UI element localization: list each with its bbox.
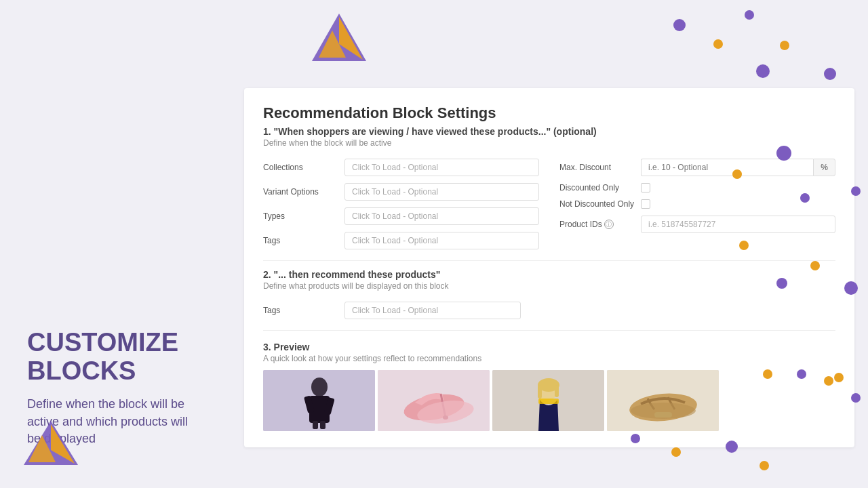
preview-product-4: [607, 370, 719, 431]
decorative-dot-11: [810, 261, 820, 270]
max-discount-input[interactable]: [641, 159, 813, 176]
collections-input[interactable]: [344, 159, 539, 176]
decorative-dot-22: [824, 376, 833, 386]
collections-label: Collections: [263, 163, 338, 172]
section1-desc: Define when the block will be active: [263, 138, 835, 148]
section1-subtitle: 1. "When shoppers are viewing / have vie…: [263, 126, 835, 137]
types-label: Types: [263, 211, 338, 221]
svg-rect-28: [654, 412, 672, 418]
not-discounted-only-label: Not Discounted Only: [559, 199, 634, 209]
section2-title: 2. "... then recommend these products": [263, 269, 835, 280]
decorative-dot-15: [763, 369, 772, 379]
decorative-dot-7: [732, 169, 742, 179]
tags-input[interactable]: [344, 232, 539, 249]
max-discount-label: Max. Discount: [559, 163, 634, 172]
decorative-dot-17: [851, 393, 861, 403]
product-ids-label: Product IDs: [559, 220, 602, 229]
percent-button[interactable]: %: [813, 159, 835, 176]
bottom-logo: [20, 418, 81, 474]
section2-tags-input[interactable]: [344, 302, 521, 319]
decorative-dot-13: [844, 281, 858, 295]
main-content: Recommendation Block Settings 1. "When s…: [231, 88, 868, 488]
types-row: Types: [263, 207, 539, 225]
decorative-dot-8: [851, 186, 861, 196]
settings-card: Recommendation Block Settings 1. "When s…: [244, 88, 854, 447]
types-input[interactable]: [344, 207, 539, 225]
tags-row: Tags: [263, 232, 539, 249]
top-logo: [305, 7, 373, 77]
max-discount-row: Max. Discount %: [559, 159, 835, 176]
preview-title: 3. Preview: [263, 342, 835, 352]
section2-tags-row: Tags: [263, 302, 835, 319]
product-ids-row: Product IDs ⓘ: [559, 216, 835, 233]
preview-product-1: [263, 370, 375, 431]
decorative-dot-21: [760, 461, 769, 470]
svg-rect-24: [555, 385, 559, 397]
svg-rect-12: [320, 421, 326, 429]
customize-title: CUSTOMIZE BLOCKS: [27, 329, 197, 386]
decorative-dot-10: [739, 241, 749, 250]
decorative-dot-18: [631, 434, 640, 443]
section-divider-1: [263, 260, 835, 261]
product-ids-input[interactable]: [641, 216, 835, 233]
decorative-dot-19: [671, 447, 681, 457]
collections-row: Collections: [263, 159, 539, 176]
decorative-dot-2: [745, 10, 754, 20]
variant-options-input[interactable]: [344, 183, 539, 201]
decorative-dot-6: [776, 146, 791, 161]
settings-title: Recommendation Block Settings: [263, 104, 835, 122]
discounted-only-row: Discounted Only: [559, 183, 835, 192]
decorative-dot-3: [780, 41, 789, 50]
preview-product-2: [378, 370, 490, 431]
variant-options-label: Variant Options: [263, 187, 338, 197]
section2-desc: Define what products will be displayed o…: [263, 281, 835, 291]
section2-tags-label: Tags: [263, 306, 338, 315]
decorative-dot-12: [776, 278, 787, 289]
decorative-dot-1: [713, 39, 723, 49]
discounted-only-label: Discounted Only: [559, 183, 634, 192]
preview-images: [263, 370, 835, 431]
not-discounted-only-checkbox[interactable]: [641, 199, 650, 209]
decorative-dot-5: [824, 68, 836, 80]
svg-point-7: [311, 378, 328, 396]
tags-label: Tags: [263, 236, 338, 245]
decorative-dot-16: [834, 373, 844, 382]
svg-rect-11: [313, 421, 318, 429]
variant-options-row: Variant Options: [263, 183, 539, 201]
preview-product-3: [492, 370, 604, 431]
discounted-only-checkbox[interactable]: [641, 183, 650, 192]
left-panel: CUSTOMIZE BLOCKS Define when the block w…: [0, 0, 224, 488]
preview-section: 3. Preview A quick look at how your sett…: [263, 342, 835, 431]
decorative-dot-0: [673, 19, 686, 31]
decorative-dot-20: [726, 441, 738, 453]
decorative-dot-4: [756, 64, 770, 78]
product-ids-info-icon: ⓘ: [604, 220, 614, 229]
section-divider-2: [263, 330, 835, 331]
svg-rect-23: [538, 385, 542, 399]
decorative-dot-9: [800, 193, 810, 203]
svg-rect-21: [538, 399, 559, 404]
not-discounted-only-row: Not Discounted Only: [559, 199, 835, 209]
preview-desc: A quick look at how your settings reflec…: [263, 354, 835, 363]
decorative-dot-14: [797, 369, 806, 379]
